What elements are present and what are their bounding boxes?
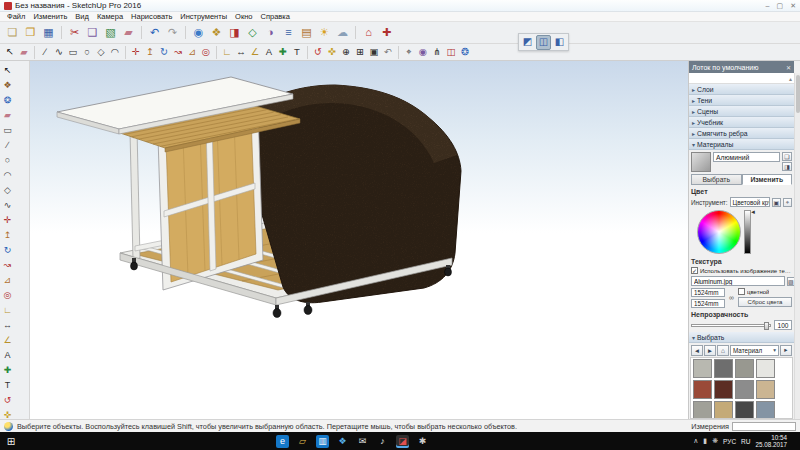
eraser-tool-icon[interactable]: ▰	[17, 45, 31, 59]
orbit-tool-icon[interactable]: ↺	[311, 45, 325, 59]
make-component-icon[interactable]: ❖	[0, 78, 15, 93]
section-plane-icon[interactable]: ◫	[444, 45, 458, 59]
material-swatch[interactable]	[693, 401, 712, 419]
3d-text-icon[interactable]: Т	[290, 45, 304, 59]
new-file-icon[interactable]: ❏	[4, 24, 21, 41]
network-icon[interactable]: ❋	[712, 437, 718, 445]
show-pane-button[interactable]: ◨	[782, 162, 792, 171]
dimension-icon[interactable]: ↔	[234, 45, 248, 59]
texture-file-input[interactable]	[691, 276, 785, 286]
select-section-bar[interactable]: ▾ Выбрать	[689, 332, 794, 343]
picker-dropdown[interactable]: Цветовой кр ▾	[730, 197, 770, 207]
aspect-link-icon[interactable]: ∞	[727, 288, 736, 308]
sketchup-app-icon[interactable]: ◪	[396, 435, 409, 448]
panel-materials[interactable]: ▾ Материалы	[689, 139, 794, 150]
material-swatch[interactable]	[714, 359, 733, 378]
follow-me-tool-icon[interactable]: ↝	[171, 45, 185, 59]
3d-warehouse-icon[interactable]: ⌂	[360, 24, 377, 41]
tape-measure-icon[interactable]: ∟	[0, 303, 15, 318]
material-swatch[interactable]	[714, 401, 733, 419]
status-help-icon[interactable]	[4, 422, 13, 431]
photos-icon[interactable]: ❖	[336, 435, 349, 448]
material-swatch[interactable]	[735, 359, 754, 378]
scenes-icon[interactable]: ▤	[298, 24, 315, 41]
freehand-tool-icon[interactable]: ∿	[0, 198, 15, 213]
material-swatch[interactable]	[756, 401, 775, 419]
line-tool-icon[interactable]: ∕	[38, 45, 52, 59]
view-top-icon[interactable]: ◫	[536, 35, 551, 50]
styles-icon[interactable]: ◑	[262, 24, 279, 41]
view-front-icon[interactable]: ◧	[552, 35, 567, 50]
components-icon[interactable]: ◇	[244, 24, 261, 41]
scale-tool-icon[interactable]: ⊿	[0, 273, 15, 288]
rotate-tool-icon[interactable]: ↻	[157, 45, 171, 59]
music-icon[interactable]: ♪	[376, 435, 389, 448]
scale-tool-icon[interactable]: ⊿	[185, 45, 199, 59]
tray-close-icon[interactable]: ✕	[786, 64, 791, 71]
circle-tool-icon[interactable]: ○	[0, 153, 15, 168]
edge-icon[interactable]: e	[276, 435, 289, 448]
material-swatch[interactable]	[756, 359, 775, 378]
arc-tool-icon[interactable]: ◠	[0, 168, 15, 183]
material-name-field[interactable]: Алюминий	[713, 152, 780, 162]
minimize-button[interactable]: –	[766, 2, 770, 10]
pan-tool-icon[interactable]: ✜	[325, 45, 339, 59]
move-tool-icon[interactable]: ✛	[129, 45, 143, 59]
tray-scrollbar[interactable]	[794, 73, 800, 419]
material-swatch[interactable]	[693, 359, 712, 378]
in-model-button[interactable]: ⌂	[717, 345, 729, 356]
material-swatch[interactable]	[735, 380, 754, 399]
walk-tool-icon[interactable]: ⋔	[430, 45, 444, 59]
push-pull-tool-icon[interactable]: ↥	[0, 228, 15, 243]
battery-icon[interactable]: ▮	[703, 437, 707, 445]
start-button[interactable]: ⊞	[0, 432, 22, 450]
select-tool-icon[interactable]: ↖	[3, 45, 17, 59]
explorer-icon[interactable]: ▱	[296, 435, 309, 448]
offset-tool-icon[interactable]: ◎	[199, 45, 213, 59]
cut-icon[interactable]: ✂	[66, 24, 83, 41]
store-icon[interactable]: ▥	[316, 435, 329, 448]
texture-width-field[interactable]: 1524mm	[691, 288, 725, 297]
clock[interactable]: 10:54 25.08.2017	[755, 434, 787, 448]
look-around-icon[interactable]: ◉	[416, 45, 430, 59]
panel-scenes[interactable]: ▸ Сцены	[689, 106, 794, 117]
eraser-tool-icon[interactable]: ▰	[0, 108, 15, 123]
orbit-tool-icon[interactable]: ↺	[0, 393, 15, 408]
materials-icon[interactable]: ◨	[226, 24, 243, 41]
rectangle-tool-icon[interactable]: ▭	[66, 45, 80, 59]
match-screen-color-button[interactable]: ⌖	[783, 198, 792, 207]
offset-tool-icon[interactable]: ◎	[0, 288, 15, 303]
mail-icon[interactable]: ✉	[356, 435, 369, 448]
collection-dropdown[interactable]: Материал ▾	[730, 345, 779, 356]
text-tool-icon[interactable]: A	[262, 45, 276, 59]
protractor-icon[interactable]: ∠	[248, 45, 262, 59]
copy-icon[interactable]: ❑	[84, 24, 101, 41]
3d-model[interactable]	[57, 77, 461, 318]
opacity-value-field[interactable]: 100	[774, 320, 792, 330]
material-preview[interactable]	[691, 152, 711, 172]
redo-icon[interactable]: ↷	[164, 24, 181, 41]
texture-height-field[interactable]: 1524mm	[691, 299, 725, 308]
use-texture-checkbox[interactable]: ✓	[691, 267, 698, 274]
details-button[interactable]: ▸	[780, 345, 792, 356]
material-swatch[interactable]	[756, 380, 775, 399]
circle-tool-icon[interactable]: ○	[80, 45, 94, 59]
extension-icon[interactable]: ✚	[378, 24, 395, 41]
menu-draw[interactable]: Нарисовать	[127, 12, 176, 21]
zoom-tool-icon[interactable]: ⊕	[339, 45, 353, 59]
scrollbar-thumb[interactable]	[796, 75, 800, 113]
text-tool-icon[interactable]: A	[0, 348, 15, 363]
viewport-canvas[interactable]	[30, 61, 688, 419]
position-camera-icon[interactable]: ⌖	[402, 45, 416, 59]
polygon-tool-icon[interactable]: ◇	[94, 45, 108, 59]
tray-expand-icon[interactable]: ∧	[693, 437, 698, 445]
settings-icon[interactable]: ✱	[416, 435, 429, 448]
menu-file[interactable]: Файл	[3, 12, 29, 21]
line-tool-icon[interactable]: ∕	[0, 138, 15, 153]
material-swatch[interactable]	[714, 380, 733, 399]
forward-button[interactable]: ►	[704, 345, 716, 356]
rotate-tool-icon[interactable]: ↻	[0, 243, 15, 258]
save-icon[interactable]: ▦	[40, 24, 57, 41]
slider-handle-icon[interactable]: ◄	[750, 209, 756, 215]
brightness-slider[interactable]: ◄	[744, 210, 751, 254]
